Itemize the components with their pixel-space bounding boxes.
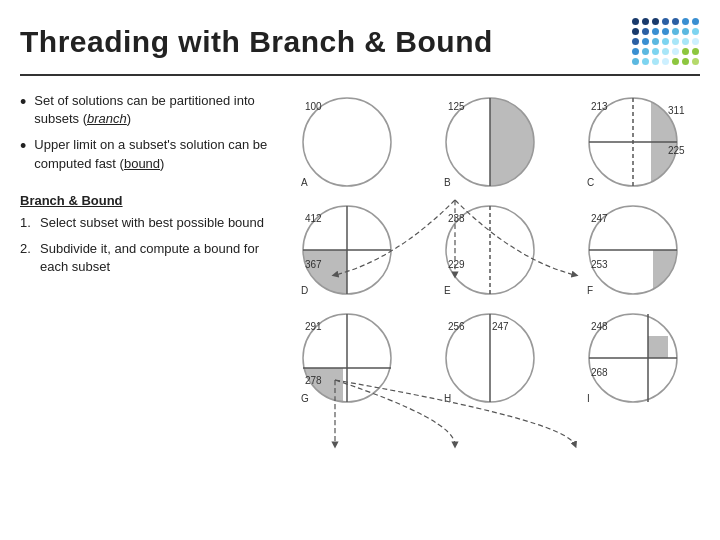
svg-text:291: 291 <box>305 321 322 332</box>
dot-8 <box>642 28 649 35</box>
bb-section: Branch & Bound 1. Select subset with bes… <box>20 193 270 277</box>
svg-text:E: E <box>444 285 451 296</box>
svg-text:229: 229 <box>448 259 465 270</box>
dot-33 <box>682 58 689 65</box>
svg-text:H: H <box>444 393 451 404</box>
bb-item-1: 1. Select subset with best possible boun… <box>20 214 270 232</box>
decorative-dots <box>632 18 700 66</box>
dot-16 <box>652 38 659 45</box>
bb-num-1: 1. <box>20 214 40 232</box>
dot-26 <box>682 48 689 55</box>
svg-text:B: B <box>444 177 451 188</box>
dot-10 <box>662 28 669 35</box>
bullet-item-1: • Set of solutions can be partitioned in… <box>20 92 270 128</box>
dot-34 <box>692 58 699 65</box>
svg-text:G: G <box>301 393 309 404</box>
slide: Threading with Branch & Bound • Set of s… <box>0 0 720 540</box>
svg-text:F: F <box>587 285 593 296</box>
dot-4 <box>672 18 679 25</box>
dot-11 <box>672 28 679 35</box>
dot-29 <box>642 58 649 65</box>
diagram-C: 213 311 225 C <box>565 92 700 192</box>
bb-num-2: 2. <box>20 240 40 258</box>
page-title: Threading with Branch & Bound <box>20 25 493 59</box>
svg-text:311: 311 <box>668 105 685 116</box>
diagram-I: 248 268 I <box>565 308 700 408</box>
svg-text:256: 256 <box>448 321 465 332</box>
bb-text-2: Subdivide it, and compute a bound for ea… <box>40 240 270 276</box>
dot-1 <box>642 18 649 25</box>
svg-text:D: D <box>301 285 308 296</box>
svg-text:278: 278 <box>305 375 322 386</box>
dot-22 <box>642 48 649 55</box>
dot-31 <box>662 58 669 65</box>
svg-text:225: 225 <box>668 145 685 156</box>
svg-text:268: 268 <box>591 367 608 378</box>
dot-19 <box>682 38 689 45</box>
diagram-B: 125 B <box>423 92 558 192</box>
dot-17 <box>662 38 669 45</box>
svg-text:253: 253 <box>591 259 608 270</box>
dot-7 <box>632 28 639 35</box>
svg-text:412: 412 <box>305 213 322 224</box>
dot-14 <box>632 38 639 45</box>
svg-text:I: I <box>587 393 590 404</box>
svg-text:100: 100 <box>305 101 322 112</box>
svg-text:125: 125 <box>448 101 465 112</box>
svg-text:A: A <box>301 177 308 188</box>
diagram-F: 247 253 F <box>565 200 700 300</box>
dot-23 <box>652 48 659 55</box>
bb-title: Branch & Bound <box>20 193 270 208</box>
dot-21 <box>632 48 639 55</box>
bullet-icon-2: • <box>20 134 26 159</box>
branch-term: branch <box>87 111 127 126</box>
svg-text:247: 247 <box>492 321 509 332</box>
dot-6 <box>692 18 699 25</box>
svg-text:367: 367 <box>305 259 322 270</box>
svg-text:213: 213 <box>591 101 608 112</box>
diagram-D: 412 367 D <box>280 200 415 300</box>
header: Threading with Branch & Bound <box>20 18 700 76</box>
svg-text:C: C <box>587 177 594 188</box>
dot-30 <box>652 58 659 65</box>
bound-term: bound <box>124 156 160 171</box>
dot-5 <box>682 18 689 25</box>
dot-20 <box>692 38 699 45</box>
text-panel: • Set of solutions can be partitioned in… <box>20 92 280 408</box>
diagram-A: 100 A <box>280 92 415 192</box>
bullet-text-2: Upper limit on a subset's solution can b… <box>34 136 270 172</box>
diagram-panel: 100 A 125 B <box>280 92 700 408</box>
dot-32 <box>672 58 679 65</box>
dot-9 <box>652 28 659 35</box>
bb-text-1: Select subset with best possible bound <box>40 214 264 232</box>
diagram-H: 256 247 H <box>423 308 558 408</box>
dot-27 <box>692 48 699 55</box>
bb-item-2: 2. Subdivide it, and compute a bound for… <box>20 240 270 276</box>
bullet-text-1: Set of solutions can be partitioned into… <box>34 92 270 128</box>
dot-24 <box>662 48 669 55</box>
dot-3 <box>662 18 669 25</box>
diagram-E: 238 229 E <box>423 200 558 300</box>
dot-12 <box>682 28 689 35</box>
bullet-item-2: • Upper limit on a subset's solution can… <box>20 136 270 172</box>
content-area: • Set of solutions can be partitioned in… <box>20 92 700 408</box>
dot-0 <box>632 18 639 25</box>
diagram-G: 291 278 G <box>280 308 415 408</box>
dot-28 <box>632 58 639 65</box>
svg-text:248: 248 <box>591 321 608 332</box>
dot-25 <box>672 48 679 55</box>
dot-13 <box>692 28 699 35</box>
bullet-section: • Set of solutions can be partitioned in… <box>20 92 270 173</box>
dot-18 <box>672 38 679 45</box>
svg-text:238: 238 <box>448 213 465 224</box>
dot-2 <box>652 18 659 25</box>
svg-text:247: 247 <box>591 213 608 224</box>
dot-15 <box>642 38 649 45</box>
bullet-icon-1: • <box>20 90 26 115</box>
